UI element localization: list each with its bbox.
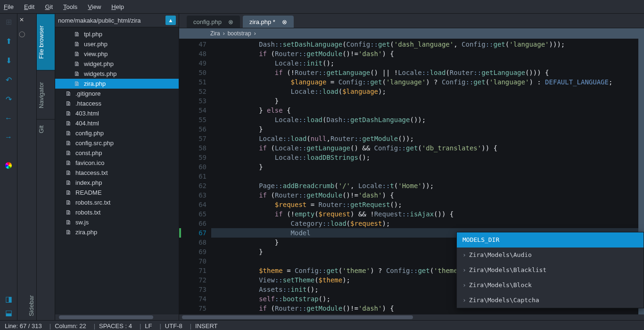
path-up-icon[interactable]: ▲	[165, 16, 176, 25]
tab-label: zira.php *	[249, 18, 275, 25]
editor-tabs: config.php⊗zira.php *⊗	[179, 14, 644, 28]
file-name: zira.php	[75, 229, 97, 236]
status-spaces[interactable]: SPACES : 4	[99, 322, 132, 330]
file-icon: 🗎	[66, 120, 72, 127]
completion-label: Zira\Models\Blacklist	[469, 266, 546, 273]
completion-item[interactable]: MODELS_DIR	[457, 232, 644, 248]
menu-help[interactable]: Help	[111, 3, 124, 10]
sidebar-tab-controls: ✕ ◯	[17, 14, 26, 320]
file-tree-item[interactable]: 🗎tpl.php	[55, 29, 179, 39]
file-icon: 🗎	[74, 70, 80, 77]
completion-item[interactable]: ›Zira\Models\Audio	[457, 248, 644, 263]
menu-view[interactable]: View	[88, 3, 101, 10]
menu-file[interactable]: File	[4, 3, 14, 10]
circle-icon[interactable]: ◯	[19, 31, 25, 37]
file-name: robots.src.txt	[75, 199, 110, 206]
completion-item[interactable]: ›Zira\Models\Block	[457, 278, 644, 293]
file-name: zira.php	[84, 80, 106, 87]
file-tree-item[interactable]: 🗎zira.php	[55, 227, 179, 237]
forward-icon[interactable]: →	[5, 133, 12, 141]
tab-label: config.php	[193, 18, 222, 25]
color-picker-icon[interactable]	[5, 162, 12, 169]
file-tree-item[interactable]: 🗎user.php	[55, 39, 179, 49]
status-eol[interactable]: LF	[145, 322, 152, 330]
line-number-gutter: 4748495051525354555657585960616263646566…	[179, 39, 211, 314]
tab-file-browser[interactable]: File browser	[37, 14, 55, 70]
file-name: const.php	[75, 149, 102, 157]
download-icon[interactable]: ⬇	[6, 56, 12, 65]
status-mode[interactable]: INSERT	[195, 322, 217, 330]
tab-close-icon[interactable]: ⊗	[282, 18, 287, 25]
file-tree-item[interactable]: 🗎view.php	[55, 49, 179, 59]
completion-item[interactable]: ›Zira\Models\Captcha	[457, 293, 644, 308]
undo-icon[interactable]: ↶	[6, 75, 12, 84]
editor-tab[interactable]: config.php⊗	[187, 16, 240, 28]
editor-tab[interactable]: zira.php *⊗	[243, 16, 294, 28]
close-icon[interactable]: ✕	[19, 16, 24, 23]
back-icon[interactable]: ←	[5, 114, 12, 123]
file-tree-item[interactable]: 🗎config.src.php	[55, 138, 179, 148]
file-tree-item[interactable]: 🗎const.php	[55, 148, 179, 158]
file-tree-item[interactable]: 🗎htaccess.txt	[55, 168, 179, 178]
status-line[interactable]: Line: 67 / 313	[5, 322, 42, 330]
breadcrumb-seg[interactable]: bootstrap	[228, 30, 251, 37]
layout-stack-icon[interactable]: ⬓	[5, 308, 12, 317]
code-area[interactable]: 4748495051525354555657585960616263646566…	[179, 39, 644, 314]
file-name: 404.html	[75, 120, 99, 127]
status-bar: Line: 67 / 313| Column: 22| SPACES : 4| …	[0, 320, 644, 330]
file-tree-item[interactable]: 🗎favicon.ico	[55, 158, 179, 168]
file-tree-item[interactable]: 🗎README	[55, 188, 179, 198]
file-name: widgets.php	[84, 70, 116, 77]
file-tree-item[interactable]: 🗎403.html	[55, 108, 179, 118]
menu-edit[interactable]: Edit	[24, 3, 34, 10]
status-encoding[interactable]: UTF-8	[165, 322, 182, 330]
file-tree-item[interactable]: 🗎zira.php	[55, 79, 179, 89]
breadcrumb[interactable]: Zira › bootstrap ›	[179, 28, 644, 39]
editor-hscroll[interactable]	[179, 314, 644, 320]
completion-item[interactable]: ›Zira\Models\Blacklist	[457, 263, 644, 278]
file-tree-item[interactable]: 🗎index.php	[55, 178, 179, 188]
file-browser-hscroll[interactable]	[55, 314, 179, 320]
sidebar-toggle[interactable]: Sidebar	[26, 14, 37, 320]
tab-navigator[interactable]: Navigator	[37, 70, 55, 120]
menu-tools[interactable]: Tools	[63, 3, 77, 10]
breadcrumb-seg[interactable]: Zira	[210, 30, 220, 37]
file-tree-item[interactable]: 🗎.gitignore	[55, 89, 179, 99]
file-name: config.php	[75, 130, 104, 137]
autocomplete-popup[interactable]: MODELS_DIR›Zira\Models\Audio›Zira\Models…	[456, 232, 644, 308]
file-icon: 🗎	[74, 31, 80, 38]
file-tree-item[interactable]: 🗎robots.src.txt	[55, 198, 179, 207]
file-tree-item[interactable]: 🗎404.html	[55, 118, 179, 128]
file-tree-item[interactable]: 🗎sw.js	[55, 217, 179, 227]
menu-git[interactable]: Git	[45, 3, 53, 10]
file-tree[interactable]: 🗎tpl.php🗎user.php🗎view.php🗎widget.php🗎wi…	[55, 27, 179, 314]
file-icon: 🗎	[66, 229, 72, 236]
file-tree-item[interactable]: 🗎.htaccess	[55, 99, 179, 108]
file-name: favicon.ico	[75, 159, 104, 166]
file-icon: 🗎	[74, 60, 80, 67]
status-column[interactable]: Column: 22	[55, 322, 86, 330]
file-name: tpl.php	[84, 31, 102, 38]
tab-close-icon[interactable]: ⊗	[228, 18, 233, 25]
file-icon: 🗎	[74, 50, 80, 58]
redo-icon[interactable]: ↷	[6, 95, 12, 104]
file-icon: 🗎	[74, 41, 80, 48]
editor: config.php⊗zira.php *⊗ Zira › bootstrap …	[179, 14, 644, 320]
completion-label: Zira\Models\Captcha	[469, 297, 539, 304]
file-icon: 🗎	[66, 149, 72, 157]
file-browser-path[interactable]: nome/makaka/public_html/zira	[58, 17, 165, 24]
file-icon: 🗎	[74, 80, 80, 87]
file-name: .htaccess	[75, 100, 101, 107]
completion-label: Zira\Models\Block	[469, 281, 532, 289]
file-tree-item[interactable]: 🗎widgets.php	[55, 69, 179, 79]
tab-git[interactable]: Git	[37, 119, 55, 139]
file-tree-item[interactable]: 🗎robots.txt	[55, 207, 179, 217]
file-name: .gitignore	[75, 90, 100, 97]
layout-split-icon[interactable]: ◨	[5, 295, 12, 304]
file-icon: 🗎	[66, 100, 72, 107]
file-tree-item[interactable]: 🗎config.php	[55, 128, 179, 138]
file-tree-item[interactable]: 🗎widget.php	[55, 59, 179, 69]
upload-icon[interactable]: ⬆	[6, 37, 12, 46]
file-name: 403.html	[75, 110, 99, 117]
sidebar-label: Sidebar	[28, 291, 35, 320]
